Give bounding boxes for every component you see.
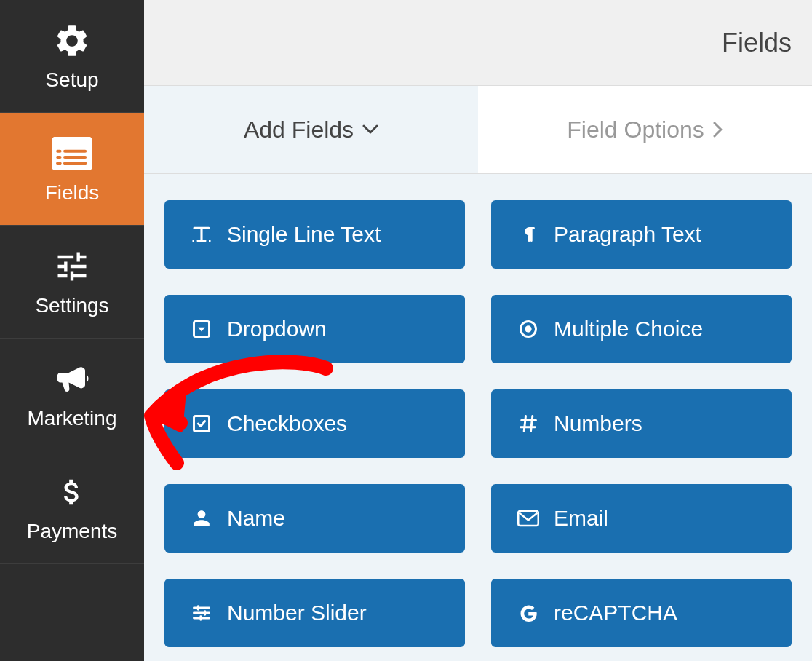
sliders-icon <box>52 246 92 287</box>
slider-icon <box>191 602 212 624</box>
sidebar-item-label: Marketing <box>28 407 117 430</box>
sidebar: Setup Fields Settings Marketing Payments <box>0 0 144 661</box>
field-dropdown[interactable]: Dropdown <box>164 295 465 363</box>
field-paragraph-text[interactable]: Paragraph Text <box>491 200 792 269</box>
sidebar-item-setup[interactable]: Setup <box>0 0 144 113</box>
sidebar-item-label: Settings <box>35 294 108 317</box>
hash-icon <box>517 413 539 435</box>
field-label: reCAPTCHA <box>554 601 677 625</box>
dropdown-icon <box>191 318 212 340</box>
field-single-line-text[interactable]: Single Line Text <box>164 200 465 269</box>
sidebar-item-label: Payments <box>27 520 118 543</box>
list-icon <box>52 133 92 174</box>
envelope-icon <box>517 507 539 529</box>
main-panel: Fields Add Fields Field Options Single L… <box>144 0 812 661</box>
sidebar-item-marketing[interactable]: Marketing <box>0 339 144 451</box>
field-label: Checkboxes <box>227 411 347 436</box>
sidebar-item-payments[interactable]: Payments <box>0 451 144 564</box>
header: Fields <box>144 0 812 86</box>
g-icon <box>517 602 539 624</box>
field-label: Single Line Text <box>227 222 381 247</box>
chevron-right-icon <box>713 122 723 138</box>
field-grid: Single Line Text Paragraph Text Dropdown… <box>164 200 792 647</box>
field-label: Multiple Choice <box>554 317 703 341</box>
field-label: Email <box>554 506 608 531</box>
tabs: Add Fields Field Options <box>144 86 812 174</box>
field-label: Dropdown <box>227 317 327 341</box>
text-icon <box>191 223 212 245</box>
field-checkboxes[interactable]: Checkboxes <box>164 389 465 458</box>
svg-rect-1 <box>52 137 92 146</box>
bullhorn-icon <box>52 359 92 400</box>
radio-icon <box>517 318 539 340</box>
fields-content: Single Line Text Paragraph Text Dropdown… <box>144 174 812 661</box>
field-name[interactable]: Name <box>164 484 465 553</box>
tab-field-options[interactable]: Field Options <box>478 86 812 173</box>
field-label: Numbers <box>554 411 642 436</box>
field-label: Name <box>227 506 285 531</box>
tab-label: Add Fields <box>244 116 354 143</box>
paragraph-icon <box>517 223 539 245</box>
sidebar-item-fields[interactable]: Fields <box>0 113 144 226</box>
field-email[interactable]: Email <box>491 484 792 553</box>
sidebar-item-label: Setup <box>45 68 98 92</box>
tab-add-fields[interactable]: Add Fields <box>144 86 478 173</box>
dollar-icon <box>52 472 92 512</box>
svg-point-10 <box>525 325 531 332</box>
field-label: Number Slider <box>227 601 367 625</box>
sidebar-item-settings[interactable]: Settings <box>0 226 144 339</box>
checkbox-icon <box>191 413 212 435</box>
field-recaptcha[interactable]: reCAPTCHA <box>491 579 792 647</box>
user-icon <box>191 507 212 529</box>
gear-icon <box>52 20 92 61</box>
tab-label: Field Options <box>567 116 704 143</box>
field-label: Paragraph Text <box>554 222 701 247</box>
field-multiple-choice[interactable]: Multiple Choice <box>491 295 792 363</box>
chevron-down-icon <box>362 124 378 135</box>
sidebar-item-label: Fields <box>45 181 100 205</box>
field-number-slider[interactable]: Number Slider <box>164 579 465 647</box>
svg-rect-12 <box>518 511 538 526</box>
page-title: Fields <box>722 28 792 58</box>
field-numbers[interactable]: Numbers <box>491 389 792 458</box>
